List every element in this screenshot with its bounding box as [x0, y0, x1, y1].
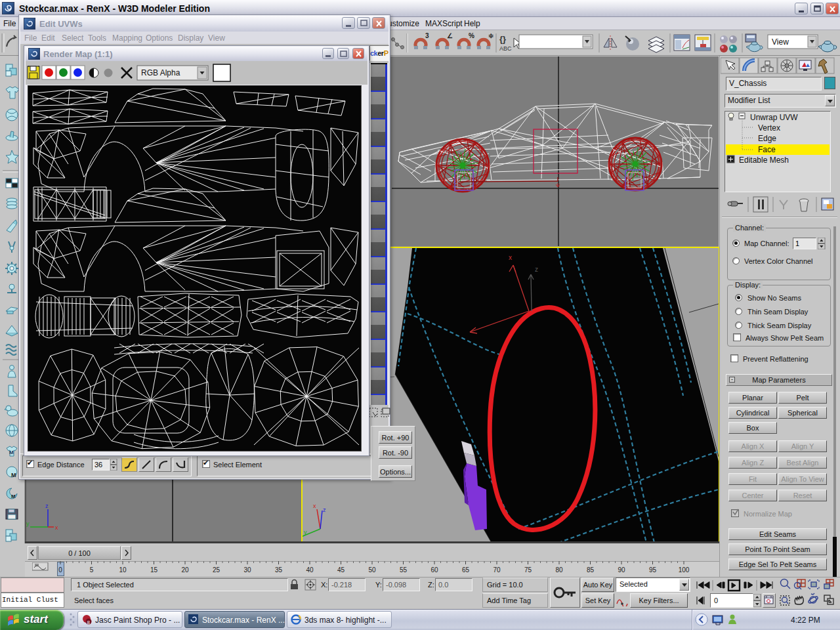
- svg-text:25: 25: [213, 566, 220, 574]
- svg-text:5: 5: [90, 566, 94, 574]
- svg-text:0: 0: [58, 566, 62, 574]
- svg-text:Edge: Edge: [758, 134, 776, 143]
- svg-text:Unwrap UVW: Unwrap UVW: [750, 113, 798, 122]
- svg-text:y: y: [26, 520, 30, 527]
- svg-text:M: M: [11, 472, 16, 478]
- svg-text:y: y: [304, 529, 307, 536]
- svg-text:Face: Face: [758, 145, 776, 154]
- svg-text:60: 60: [430, 566, 438, 574]
- svg-text:≑: ≑: [488, 32, 494, 39]
- svg-text:Editable Mesh: Editable Mesh: [739, 156, 789, 165]
- svg-text:z: z: [45, 503, 49, 509]
- svg-text:Vertex: Vertex: [758, 123, 780, 133]
- svg-text:M: M: [11, 494, 16, 499]
- svg-text:8: 8: [87, 620, 91, 625]
- svg-text:80: 80: [555, 566, 563, 574]
- svg-text:55: 55: [400, 566, 408, 574]
- svg-text:RGB Alpha: RGB Alpha: [141, 68, 180, 77]
- svg-text:{}: {}: [499, 34, 506, 44]
- svg-text:View: View: [772, 37, 789, 47]
- svg-text:∠: ∠: [447, 32, 453, 39]
- svg-text:90: 90: [618, 566, 625, 574]
- svg-text:30: 30: [243, 566, 251, 574]
- svg-text:%: %: [469, 32, 474, 39]
- svg-text:10: 10: [119, 566, 127, 574]
- svg-text:35: 35: [275, 566, 283, 574]
- svg-text:70: 70: [493, 566, 501, 574]
- svg-text:15: 15: [150, 566, 158, 574]
- svg-text:45: 45: [337, 566, 345, 574]
- svg-text:65: 65: [462, 566, 470, 574]
- svg-text:95: 95: [649, 566, 657, 574]
- svg-text:3: 3: [425, 32, 429, 39]
- svg-text:z: z: [323, 507, 326, 513]
- svg-text:x: x: [55, 524, 58, 531]
- svg-text:z: z: [535, 266, 538, 273]
- svg-text:50: 50: [368, 566, 376, 574]
- svg-text:ABC: ABC: [499, 45, 512, 52]
- svg-text:20: 20: [181, 566, 189, 574]
- svg-text:75: 75: [524, 566, 532, 574]
- svg-text:40: 40: [306, 566, 314, 574]
- svg-text:85: 85: [587, 566, 595, 574]
- svg-text:100: 100: [679, 566, 690, 574]
- svg-text:M: M: [9, 450, 14, 455]
- svg-text:x: x: [509, 254, 512, 261]
- svg-text:x: x: [313, 503, 316, 509]
